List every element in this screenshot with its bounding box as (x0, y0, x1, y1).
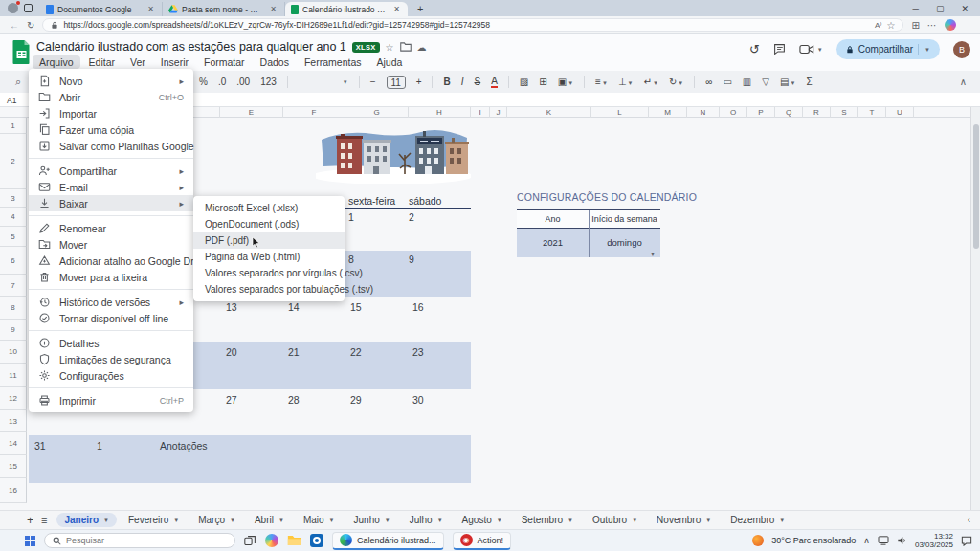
row-12[interactable]: 12 (0, 387, 27, 410)
settings-year-cell[interactable]: 2021 (517, 229, 589, 257)
row-4[interactable]: 4 (0, 208, 27, 227)
menu-item-atalho-drive[interactable]: Adicionar atalho ao Google Drive (29, 253, 193, 269)
menu-item-compartilhar[interactable]: Compartilhar▸ (29, 163, 193, 179)
menu-ver[interactable]: Ver (123, 55, 152, 69)
functions-button[interactable]: Σ (806, 77, 812, 87)
col-U[interactable]: U (886, 107, 914, 118)
day-cell[interactable]: 22 (350, 346, 362, 358)
row-6[interactable]: 6 (0, 247, 27, 275)
bold-button[interactable]: B (443, 77, 450, 87)
window-maximize-button[interactable]: ▢ (936, 4, 945, 13)
submenu-item-tsv[interactable]: Valores separados por tabulações (.tsv) (193, 281, 345, 298)
row-9[interactable]: 9 (0, 320, 27, 341)
col-I[interactable]: I (471, 107, 490, 118)
borders-button[interactable]: ⊞ (539, 77, 546, 87)
col-O[interactable]: O (720, 107, 747, 118)
col-P[interactable]: P (747, 107, 775, 118)
menu-item-limitacoes[interactable]: Limitações de segurança (29, 351, 193, 367)
collapse-toolbar-icon[interactable]: ∧ (960, 77, 967, 87)
hidden-icons-chevron[interactable]: ∧ (863, 536, 870, 545)
col-H[interactable]: H (409, 107, 471, 118)
col-N[interactable]: N (687, 107, 720, 118)
menu-item-lixeira[interactable]: Mover para a lixeira (29, 269, 193, 285)
volume-icon[interactable] (897, 536, 907, 545)
name-box[interactable]: A1 (7, 96, 16, 105)
browser-tab-docs[interactable]: Documentos Google ✕ (40, 2, 163, 16)
browser-profile-icon[interactable] (8, 3, 18, 13)
toolbar-search-icon[interactable]: ⌕ (15, 76, 21, 88)
network-icon[interactable] (878, 536, 889, 545)
row-8[interactable]: 8 (0, 297, 27, 320)
favorite-star-icon[interactable]: ☆ (886, 20, 895, 31)
submenu-item-xlsx[interactable]: Microsoft Excel (.xlsx) (193, 200, 345, 216)
day-cell[interactable]: 16 (412, 301, 424, 313)
menu-formatar[interactable]: Formatar (197, 55, 252, 69)
read-aloud-icon[interactable]: A⁾ (875, 21, 881, 30)
sheet-tab-janeiro[interactable]: Janeiro▼ (56, 513, 117, 527)
all-sheets-button[interactable]: ≡ (41, 515, 47, 526)
submenu-item-ods[interactable]: OpenDocument (.ods) (193, 216, 345, 232)
browser-tab-drive[interactable]: Pasta sem nome - Google Drive ✕ (163, 2, 285, 16)
sheet-tab-fevereiro[interactable]: Fevereiro▼ (121, 513, 187, 527)
sheet-tab-marco[interactable]: Março▼ (190, 513, 243, 527)
account-avatar[interactable]: B (953, 41, 970, 58)
day-cell[interactable]: 15 (350, 301, 362, 313)
text-rotation-button[interactable]: ↻▼ (669, 77, 683, 87)
font-size-input[interactable]: 11 (387, 76, 406, 89)
vertical-align-button[interactable]: ⊥▼ (618, 77, 634, 87)
comment-icon[interactable] (773, 43, 786, 55)
menu-item-imprimir[interactable]: ImprimirCtrl+P (29, 392, 193, 408)
day-cell[interactable]: 1 (348, 211, 354, 223)
task-view-icon[interactable] (244, 535, 256, 547)
taskbar-app-action[interactable]: ◉ Action! (453, 532, 512, 550)
taskbar-clock[interactable]: 13:32 03/03/2025 (915, 532, 953, 549)
fill-color-button[interactable]: ▨ (520, 77, 528, 87)
calendar-settings-title[interactable]: CONFIGURAÇÕES DO CALENDÁRIO (517, 191, 697, 203)
day-cell[interactable]: 29 (350, 394, 362, 406)
sheet-tab-junho[interactable]: Junho▼ (346, 513, 398, 527)
italic-button[interactable]: I (461, 77, 464, 87)
weather-text[interactable]: 30°C Parc ensolarado (771, 536, 856, 545)
browser-tab-sheets-active[interactable]: Calendário ilustrado com as esta ✕ (285, 2, 408, 16)
day-cell[interactable]: 8 (348, 253, 354, 265)
day-cell[interactable]: 13 (226, 301, 237, 313)
settings-col-year[interactable]: Ano (517, 210, 589, 228)
row-11[interactable]: 11 (0, 364, 27, 387)
scrollbar-thumb[interactable] (973, 124, 979, 249)
row-3[interactable]: 3 (0, 189, 27, 208)
version-history-icon[interactable]: ↺ (749, 42, 760, 56)
submenu-item-csv[interactable]: Valores separados por vírgulas (.csv) (193, 265, 345, 281)
start-button[interactable] (25, 536, 35, 546)
browser-menu-icon[interactable]: ⋯ (927, 20, 937, 31)
vertical-scrollbar[interactable] (970, 107, 980, 510)
menu-ajuda[interactable]: Ajuda (369, 55, 409, 69)
sheet-tab-setembro[interactable]: Setembro▼ (514, 513, 581, 527)
day-cell[interactable]: 31 (34, 440, 46, 452)
font-size-increase-button[interactable]: + (416, 77, 422, 87)
strikethrough-button[interactable]: S (475, 77, 481, 87)
col-J[interactable]: J (490, 107, 507, 118)
tab-close-icon[interactable]: ✕ (145, 5, 156, 13)
tab-close-icon[interactable]: ✕ (391, 5, 402, 13)
menu-item-detalhes[interactable]: Detalhes (29, 335, 193, 351)
col-Q[interactable]: Q (775, 107, 803, 118)
col-F[interactable]: F (283, 107, 345, 118)
menu-item-offline[interactable]: Tornar disponível off-line (29, 310, 193, 326)
share-button[interactable]: Compartilhar ▼ (836, 39, 940, 59)
settings-col-week-start[interactable]: Início da semana (589, 210, 660, 228)
menu-item-salvar-planilhas[interactable]: Salvar como Planilhas Google (29, 138, 193, 154)
address-bar[interactable]: https://docs.google.com/spreadsheets/d/1… (42, 18, 903, 32)
menu-item-fazer-copia[interactable]: Fazer uma cópia (29, 121, 193, 138)
window-close-button[interactable]: ✕ (961, 4, 969, 13)
taskbar-search[interactable] (44, 533, 235, 548)
menu-item-mover[interactable]: Mover (29, 236, 193, 253)
search-input[interactable] (66, 536, 210, 545)
copilot-taskbar-icon[interactable] (265, 534, 278, 547)
number-format-button[interactable]: 123 (260, 77, 277, 87)
col-E[interactable]: E (220, 107, 283, 118)
horizontal-align-button[interactable]: ≡▼ (595, 77, 608, 87)
settings-week-start-cell[interactable]: domingo▼ (589, 229, 660, 257)
notes-cell[interactable]: Anotações (160, 440, 208, 452)
sheet-tab-novembro[interactable]: Novembro▼ (649, 513, 719, 527)
scroll-tabs-left-icon[interactable]: ‹ (968, 515, 980, 525)
